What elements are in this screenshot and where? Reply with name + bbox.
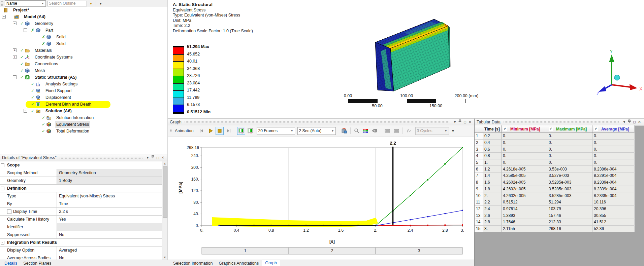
data-cell[interactable]: 3.	[483, 226, 502, 232]
data-cell[interactable]: 2.4	[483, 206, 502, 213]
tree-item-materials[interactable]: +✓Materials	[0, 47, 167, 54]
export-animation-settings-button[interactable]	[392, 127, 400, 135]
data-cell[interactable]: 3.5285e-003	[547, 186, 592, 193]
tree-item-model-a4[interactable]: −Model (A4)	[0, 13, 167, 20]
data-cell[interactable]: 0.4	[483, 140, 502, 146]
meshed-model[interactable]	[364, 13, 479, 98]
property-value[interactable]: Geometry Selection	[57, 169, 162, 177]
table-row[interactable]: 122.40.97614103.7920.396	[475, 206, 635, 213]
tree-expander-icon[interactable]: +	[13, 48, 17, 52]
tab-graphics-annotations[interactable]: Graphics Annotations	[216, 260, 262, 266]
data-cell[interactable]: 41.512	[592, 219, 635, 226]
tab-details[interactable]: Details	[1, 260, 20, 266]
table-row[interactable]: 71.44.2585e-0053.527e-0038.2291e-004	[475, 173, 635, 179]
tree-item-displacement[interactable]: ✓Displacement	[0, 94, 167, 101]
table-row[interactable]: 112.20.5151251.29410.116	[475, 199, 635, 206]
data-cell[interactable]: 103.79	[547, 206, 592, 213]
tree-item-static-structural-a5[interactable]: −✓Static Structural (A5)	[0, 74, 167, 81]
row-number-cell[interactable]: 14	[475, 219, 483, 226]
stop-button[interactable]	[216, 127, 224, 135]
data-cell[interactable]: 1.8	[483, 186, 502, 193]
row-number-cell[interactable]: 8	[475, 179, 483, 186]
data-cell[interactable]: 3.53e-003	[547, 166, 592, 173]
toolbar-overflow-icon[interactable]: ▼	[451, 129, 455, 133]
data-cell[interactable]: 1.4	[483, 173, 502, 179]
tab-selection-information[interactable]: Selection Information	[170, 260, 216, 266]
table-row[interactable]: 91.84.2602e-0053.5285e-0038.2339e-004	[475, 186, 635, 193]
data-cell[interactable]: 8.2339e-004	[592, 179, 635, 186]
tree-item-total-deformation[interactable]: ✓Total Deformation	[0, 128, 167, 135]
property-value[interactable]: 1 Body	[57, 177, 162, 184]
scroll-thumb[interactable]	[163, 166, 167, 218]
data-cell[interactable]: 0.2	[483, 133, 502, 140]
row-number-cell[interactable]: 10	[475, 192, 483, 199]
row-number-cell[interactable]: 4	[475, 153, 483, 159]
tree-expander-icon[interactable]: −	[13, 75, 17, 79]
contour-range-button[interactable]	[362, 127, 370, 135]
data-cell[interactable]: 52.36	[592, 226, 635, 232]
cycles-dropdown[interactable]: 3 Cycles ▼	[415, 127, 449, 135]
column-header-maximum-mpa[interactable]: ✔Maximum [MPa]	[547, 125, 592, 133]
table-row[interactable]: 10.20.0.0.	[475, 133, 635, 140]
row-number-cell[interactable]: 3	[475, 146, 483, 153]
data-cell[interactable]: 1.6	[483, 179, 502, 186]
tree-expander-icon[interactable]: −	[13, 22, 17, 25]
data-cell[interactable]: 157.46	[547, 212, 592, 219]
row-number-cell[interactable]: 9	[475, 186, 483, 193]
data-cell[interactable]: 2.1155	[502, 226, 547, 232]
tree-item-solution-information[interactable]: ✓iSolution Information	[0, 114, 167, 121]
data-cell[interactable]: 4.2602e-005	[502, 186, 547, 193]
frames-dropdown[interactable]: 20 Frames ▼	[257, 127, 295, 135]
table-row[interactable]: 153.2.1155268.1652.36	[475, 226, 635, 232]
zoom-to-fit-button[interactable]	[353, 127, 361, 135]
data-cell[interactable]: 0.	[547, 153, 592, 159]
capture-figure-button[interactable]	[371, 127, 379, 135]
details-scrollbar[interactable]: ▲ ▼	[162, 161, 167, 260]
close-icon[interactable]: ✕	[160, 155, 165, 161]
data-cell[interactable]: 0.	[592, 133, 635, 140]
data-cell[interactable]: 8.2339e-004	[592, 186, 635, 193]
panel-menu-icon[interactable]: ▼	[145, 155, 150, 161]
data-cell[interactable]: 0.	[502, 153, 547, 159]
data-cell[interactable]: 2.	[483, 192, 502, 199]
tree-filter-dropdown[interactable]: Name ▼	[5, 0, 46, 7]
table-row[interactable]: 51.0.0.0.	[475, 159, 635, 166]
time-history-chart[interactable]: 0.0.40.81.21.62.2.42.83.268.16240.200.16…	[168, 137, 475, 260]
data-cell[interactable]: 0.	[547, 159, 592, 166]
column-header-minimum-mpa[interactable]: ✔Minimum [MPa]	[502, 125, 547, 133]
result-sets-button[interactable]	[237, 127, 245, 135]
data-cell[interactable]: 1.	[483, 159, 502, 166]
panel-menu-icon[interactable]: ▼	[452, 119, 457, 125]
expand-collapse-icon[interactable]: ▼	[88, 2, 94, 5]
row-number-cell[interactable]: 13	[475, 212, 483, 219]
data-cell[interactable]: 0.	[547, 133, 592, 140]
orientation-triad[interactable]: Y X Z	[597, 47, 644, 98]
maximize-icon[interactable]: ◻	[632, 119, 637, 125]
data-cell[interactable]: 268.16	[547, 226, 592, 232]
table-row[interactable]: 30.60.0.0.	[475, 146, 635, 153]
maximize-icon[interactable]: ◻	[462, 119, 468, 125]
row-number-cell[interactable]: 6	[475, 166, 483, 173]
property-value[interactable]: Time	[57, 200, 162, 207]
close-icon[interactable]: ✕	[637, 119, 642, 125]
row-number-cell[interactable]: 5	[475, 159, 483, 166]
table-row[interactable]: 132.61.3893157.4630.855	[475, 212, 635, 219]
data-cell[interactable]: 0.	[547, 146, 592, 153]
tree-expander-icon[interactable]: −	[24, 28, 27, 32]
data-cell[interactable]: 0.51512	[502, 199, 547, 206]
skip-to-end-button[interactable]	[225, 127, 233, 135]
data-cell[interactable]: 0.	[592, 146, 635, 153]
panel-menu-icon[interactable]: ▼	[622, 119, 627, 125]
tree-item-coordinate-systems[interactable]: +✓Coordinate Systems	[0, 54, 167, 61]
data-cell[interactable]: 4.2602e-005	[502, 179, 547, 186]
pin-icon[interactable]	[457, 119, 462, 125]
data-cell[interactable]: 4.2585e-005	[502, 173, 547, 179]
data-cell[interactable]: 4.2602e-005	[502, 192, 547, 199]
data-cell[interactable]: 8.2291e-004	[592, 173, 635, 179]
data-cell[interactable]: 0.	[502, 159, 547, 166]
table-row[interactable]: 81.64.2602e-0053.5285e-0038.2339e-004	[475, 179, 635, 186]
row-number-cell[interactable]: 15	[475, 226, 483, 232]
column-header-time-s[interactable]: Time [s]	[483, 125, 502, 133]
data-cell[interactable]: 0.	[502, 133, 547, 140]
data-cell[interactable]: 8.2339e-004	[592, 192, 635, 199]
